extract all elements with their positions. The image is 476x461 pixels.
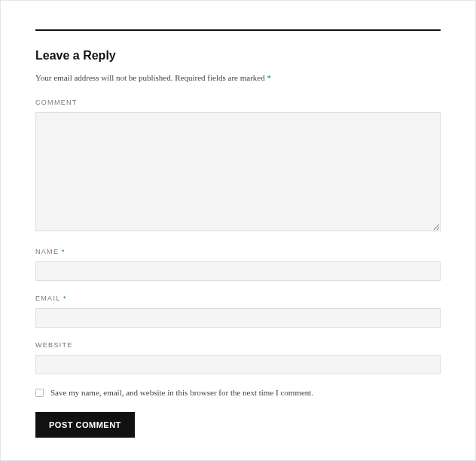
name-label: NAME * [35, 248, 441, 255]
website-input[interactable] [35, 355, 441, 374]
top-divider [35, 29, 441, 31]
required-asterisk-icon: * [62, 248, 66, 255]
required-asterisk-icon: * [63, 295, 67, 302]
required-asterisk-icon: * [267, 73, 271, 82]
name-input[interactable] [35, 261, 441, 281]
consent-row: Save my name, email, and website in this… [35, 388, 441, 397]
consent-label: Save my name, email, and website in this… [50, 388, 313, 397]
email-field-group: EMAIL * [35, 295, 441, 328]
email-label: EMAIL * [35, 295, 441, 302]
comment-field-group: COMMENT [35, 99, 441, 234]
reply-heading: Leave a Reply [35, 49, 441, 63]
comment-form-container: Leave a Reply Your email address will no… [0, 0, 476, 461]
comment-input[interactable] [35, 112, 441, 231]
comment-label: COMMENT [35, 99, 441, 106]
post-comment-button[interactable]: POST COMMENT [35, 412, 135, 438]
consent-checkbox[interactable] [35, 389, 44, 397]
name-field-group: NAME * [35, 248, 441, 281]
email-input[interactable] [35, 308, 441, 328]
website-label: WEBSITE [35, 341, 441, 349]
website-field-group: WEBSITE [35, 341, 441, 374]
note-email: Your email address will not be published… [35, 73, 173, 82]
note-required: Required fields are marked [175, 73, 267, 82]
form-notes: Your email address will not be published… [35, 73, 441, 82]
